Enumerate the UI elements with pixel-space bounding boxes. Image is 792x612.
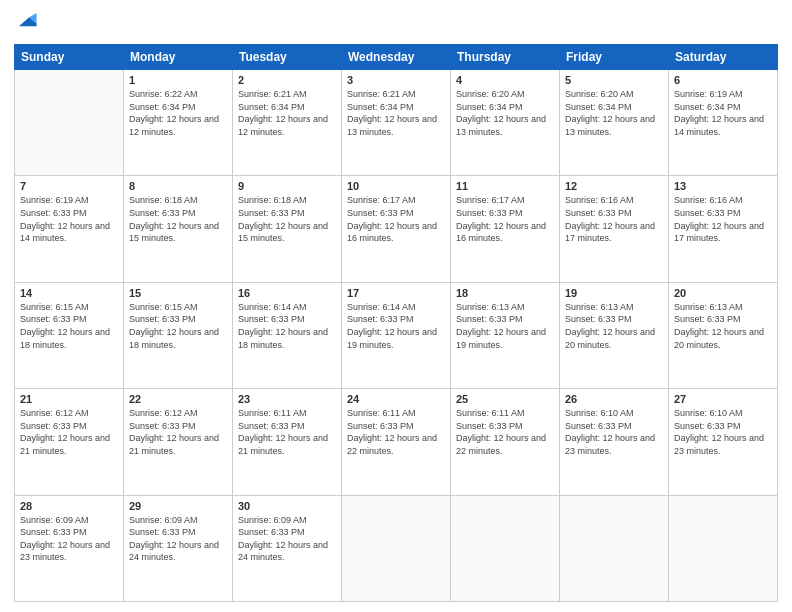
day-number: 14 [20, 287, 118, 299]
day-number: 8 [129, 180, 227, 192]
day-info: Sunrise: 6:21 AMSunset: 6:34 PMDaylight:… [347, 88, 445, 138]
day-number: 3 [347, 74, 445, 86]
day-number: 23 [238, 393, 336, 405]
calendar-table: SundayMondayTuesdayWednesdayThursdayFrid… [14, 44, 778, 602]
day-number: 13 [674, 180, 772, 192]
day-info: Sunrise: 6:09 AMSunset: 6:33 PMDaylight:… [129, 514, 227, 564]
calendar-cell: 12Sunrise: 6:16 AMSunset: 6:33 PMDayligh… [560, 176, 669, 282]
calendar-cell: 22Sunrise: 6:12 AMSunset: 6:33 PMDayligh… [124, 389, 233, 495]
day-info: Sunrise: 6:13 AMSunset: 6:33 PMDaylight:… [674, 301, 772, 351]
day-info: Sunrise: 6:12 AMSunset: 6:33 PMDaylight:… [20, 407, 118, 457]
calendar-header-row: SundayMondayTuesdayWednesdayThursdayFrid… [15, 45, 778, 70]
day-info: Sunrise: 6:17 AMSunset: 6:33 PMDaylight:… [347, 194, 445, 244]
calendar-week-row: 28Sunrise: 6:09 AMSunset: 6:33 PMDayligh… [15, 495, 778, 601]
weekday-header: Tuesday [233, 45, 342, 70]
day-info: Sunrise: 6:11 AMSunset: 6:33 PMDaylight:… [347, 407, 445, 457]
day-info: Sunrise: 6:09 AMSunset: 6:33 PMDaylight:… [20, 514, 118, 564]
day-info: Sunrise: 6:20 AMSunset: 6:34 PMDaylight:… [456, 88, 554, 138]
day-number: 2 [238, 74, 336, 86]
day-number: 18 [456, 287, 554, 299]
day-number: 28 [20, 500, 118, 512]
calendar-cell [15, 70, 124, 176]
day-number: 20 [674, 287, 772, 299]
calendar-cell: 19Sunrise: 6:13 AMSunset: 6:33 PMDayligh… [560, 282, 669, 388]
day-number: 9 [238, 180, 336, 192]
day-info: Sunrise: 6:15 AMSunset: 6:33 PMDaylight:… [129, 301, 227, 351]
day-number: 10 [347, 180, 445, 192]
day-info: Sunrise: 6:09 AMSunset: 6:33 PMDaylight:… [238, 514, 336, 564]
calendar-cell: 17Sunrise: 6:14 AMSunset: 6:33 PMDayligh… [342, 282, 451, 388]
calendar-cell: 2Sunrise: 6:21 AMSunset: 6:34 PMDaylight… [233, 70, 342, 176]
weekday-header: Wednesday [342, 45, 451, 70]
day-info: Sunrise: 6:18 AMSunset: 6:33 PMDaylight:… [238, 194, 336, 244]
logo-icon [16, 10, 38, 32]
day-info: Sunrise: 6:10 AMSunset: 6:33 PMDaylight:… [565, 407, 663, 457]
calendar-cell: 13Sunrise: 6:16 AMSunset: 6:33 PMDayligh… [669, 176, 778, 282]
calendar-cell: 4Sunrise: 6:20 AMSunset: 6:34 PMDaylight… [451, 70, 560, 176]
day-info: Sunrise: 6:13 AMSunset: 6:33 PMDaylight:… [456, 301, 554, 351]
header [14, 10, 778, 36]
calendar-cell: 25Sunrise: 6:11 AMSunset: 6:33 PMDayligh… [451, 389, 560, 495]
day-number: 21 [20, 393, 118, 405]
calendar-cell: 24Sunrise: 6:11 AMSunset: 6:33 PMDayligh… [342, 389, 451, 495]
calendar-week-row: 21Sunrise: 6:12 AMSunset: 6:33 PMDayligh… [15, 389, 778, 495]
calendar-cell [669, 495, 778, 601]
day-info: Sunrise: 6:22 AMSunset: 6:34 PMDaylight:… [129, 88, 227, 138]
day-info: Sunrise: 6:19 AMSunset: 6:33 PMDaylight:… [20, 194, 118, 244]
day-number: 29 [129, 500, 227, 512]
calendar-cell: 7Sunrise: 6:19 AMSunset: 6:33 PMDaylight… [15, 176, 124, 282]
calendar-cell: 27Sunrise: 6:10 AMSunset: 6:33 PMDayligh… [669, 389, 778, 495]
day-info: Sunrise: 6:20 AMSunset: 6:34 PMDaylight:… [565, 88, 663, 138]
day-info: Sunrise: 6:12 AMSunset: 6:33 PMDaylight:… [129, 407, 227, 457]
day-info: Sunrise: 6:13 AMSunset: 6:33 PMDaylight:… [565, 301, 663, 351]
day-number: 4 [456, 74, 554, 86]
calendar-cell: 14Sunrise: 6:15 AMSunset: 6:33 PMDayligh… [15, 282, 124, 388]
day-number: 24 [347, 393, 445, 405]
calendar-cell: 8Sunrise: 6:18 AMSunset: 6:33 PMDaylight… [124, 176, 233, 282]
calendar-cell: 1Sunrise: 6:22 AMSunset: 6:34 PMDaylight… [124, 70, 233, 176]
day-number: 17 [347, 287, 445, 299]
weekday-header: Saturday [669, 45, 778, 70]
calendar-week-row: 7Sunrise: 6:19 AMSunset: 6:33 PMDaylight… [15, 176, 778, 282]
day-number: 26 [565, 393, 663, 405]
day-info: Sunrise: 6:10 AMSunset: 6:33 PMDaylight:… [674, 407, 772, 457]
day-number: 30 [238, 500, 336, 512]
calendar-cell: 23Sunrise: 6:11 AMSunset: 6:33 PMDayligh… [233, 389, 342, 495]
day-number: 6 [674, 74, 772, 86]
day-info: Sunrise: 6:14 AMSunset: 6:33 PMDaylight:… [238, 301, 336, 351]
calendar-week-row: 14Sunrise: 6:15 AMSunset: 6:33 PMDayligh… [15, 282, 778, 388]
calendar-cell: 16Sunrise: 6:14 AMSunset: 6:33 PMDayligh… [233, 282, 342, 388]
day-number: 22 [129, 393, 227, 405]
day-info: Sunrise: 6:17 AMSunset: 6:33 PMDaylight:… [456, 194, 554, 244]
day-number: 15 [129, 287, 227, 299]
calendar-cell: 9Sunrise: 6:18 AMSunset: 6:33 PMDaylight… [233, 176, 342, 282]
day-number: 25 [456, 393, 554, 405]
calendar-cell: 15Sunrise: 6:15 AMSunset: 6:33 PMDayligh… [124, 282, 233, 388]
calendar-week-row: 1Sunrise: 6:22 AMSunset: 6:34 PMDaylight… [15, 70, 778, 176]
day-number: 19 [565, 287, 663, 299]
calendar-cell: 28Sunrise: 6:09 AMSunset: 6:33 PMDayligh… [15, 495, 124, 601]
day-info: Sunrise: 6:11 AMSunset: 6:33 PMDaylight:… [456, 407, 554, 457]
day-info: Sunrise: 6:14 AMSunset: 6:33 PMDaylight:… [347, 301, 445, 351]
calendar-cell: 30Sunrise: 6:09 AMSunset: 6:33 PMDayligh… [233, 495, 342, 601]
calendar-cell: 6Sunrise: 6:19 AMSunset: 6:34 PMDaylight… [669, 70, 778, 176]
weekday-header: Thursday [451, 45, 560, 70]
weekday-header: Sunday [15, 45, 124, 70]
day-number: 12 [565, 180, 663, 192]
page: SundayMondayTuesdayWednesdayThursdayFrid… [0, 0, 792, 612]
calendar-cell: 5Sunrise: 6:20 AMSunset: 6:34 PMDaylight… [560, 70, 669, 176]
day-info: Sunrise: 6:18 AMSunset: 6:33 PMDaylight:… [129, 194, 227, 244]
day-number: 7 [20, 180, 118, 192]
calendar-cell: 29Sunrise: 6:09 AMSunset: 6:33 PMDayligh… [124, 495, 233, 601]
day-number: 5 [565, 74, 663, 86]
day-number: 11 [456, 180, 554, 192]
calendar-cell [451, 495, 560, 601]
calendar-cell: 26Sunrise: 6:10 AMSunset: 6:33 PMDayligh… [560, 389, 669, 495]
calendar-cell: 20Sunrise: 6:13 AMSunset: 6:33 PMDayligh… [669, 282, 778, 388]
weekday-header: Monday [124, 45, 233, 70]
day-number: 27 [674, 393, 772, 405]
calendar-cell: 18Sunrise: 6:13 AMSunset: 6:33 PMDayligh… [451, 282, 560, 388]
day-info: Sunrise: 6:21 AMSunset: 6:34 PMDaylight:… [238, 88, 336, 138]
day-number: 16 [238, 287, 336, 299]
calendar-cell [342, 495, 451, 601]
